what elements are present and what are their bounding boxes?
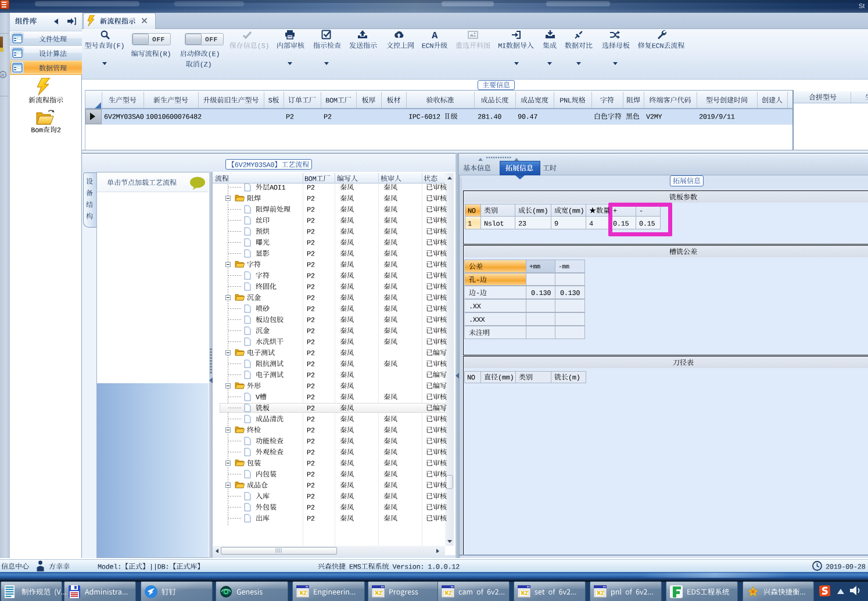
svg-text:R: R	[1, 73, 5, 78]
